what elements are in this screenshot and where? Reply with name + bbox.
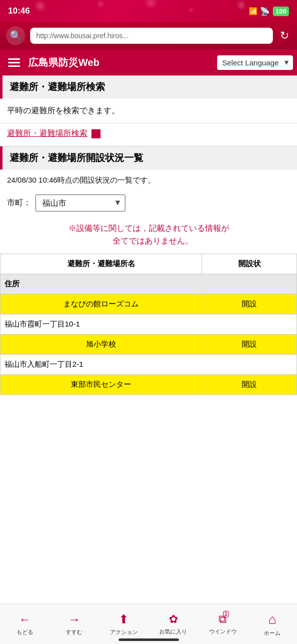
table-row: 東部市民センター開設 <box>1 374 297 394</box>
page-content: 避難所・避難場所検索 平時の避難所を検索できます。 避難所・避難場所検索 避難所… <box>0 75 297 439</box>
window-badge: 1 <box>223 611 229 617</box>
site-title: 広島県防災Web <box>24 56 217 69</box>
search-link-row: 避難所・避難場所検索 <box>0 123 297 146</box>
warning-box: ※設備等に関しては，記載されている情報が 全てではありません。 <box>0 218 297 254</box>
url-bar[interactable]: http://www.bousai.pref.hiros... <box>30 28 273 44</box>
nav-windows-label: ウインドウ <box>209 628 237 635</box>
city-select-wrap[interactable]: 福山市 広島市 呉市 東広島市 ▼ <box>35 194 126 212</box>
search-section-desc: 平時の避難所を検索できます。 <box>0 99 297 123</box>
shelter-name-cell: 旭小学校 <box>1 334 202 354</box>
status-time: 10:46 <box>8 6 30 16</box>
nav-windows[interactable]: ⧉ 1 ウインドウ <box>198 609 248 635</box>
nav-forward-label: すすむ <box>66 628 82 636</box>
browser-bar: 🔍 http://www.bousai.pref.hiros... ↻ <box>0 22 297 49</box>
warning-text: ※設備等に関しては，記載されている情報が 全てではありません。 <box>7 222 290 248</box>
language-selector-wrap[interactable]: Select Language English 中文 한국어 ▼ <box>217 55 293 70</box>
refresh-button[interactable]: ↻ <box>278 27 291 44</box>
table-row: 住所 <box>1 274 297 294</box>
city-label: 市町： <box>7 198 31 208</box>
nav-home-label: ホーム <box>264 629 280 637</box>
home-indicator <box>119 638 179 641</box>
favorites-icon: ✿ <box>169 613 178 626</box>
table-header-status: 開設状 <box>202 254 297 274</box>
shelter-status-cell: 開設 <box>202 294 297 314</box>
nav-action[interactable]: ⬆ アクション <box>99 608 149 636</box>
search-link[interactable]: 避難所・避難場所検索 <box>7 128 87 139</box>
shelter-status-cell: 開設 <box>202 334 297 354</box>
shelter-status-cell: 開設 <box>202 374 297 394</box>
battery-indicator: 100 <box>273 7 289 16</box>
back-icon: ← <box>19 612 31 626</box>
bottom-nav: ← もどる → すすむ ⬆ アクション ✿ お気に入り ⧉ 1 ウインドウ ⌂ … <box>0 604 297 644</box>
url-text: http://www.bousai.pref.hiros... <box>36 32 129 40</box>
nav-bar: 広島県防災Web Select Language English 中文 한국어 … <box>0 49 297 75</box>
signal-icon: 📶 <box>249 7 257 15</box>
nav-forward[interactable]: → すすむ <box>50 608 100 636</box>
nav-home[interactable]: ⌂ ホーム <box>248 608 298 637</box>
status-icons: 📶 📡 100 <box>249 7 289 16</box>
red-square-icon <box>91 129 101 138</box>
search-icon: 🔍 <box>10 30 22 42</box>
nav-back-label: もどる <box>17 628 33 636</box>
address-cell: 福山市霞町一丁目10-1 <box>1 314 297 334</box>
shelter-name-cell: 東部市民センター <box>1 374 202 394</box>
address-cell: 福山市入船町一丁目2-1 <box>1 354 297 374</box>
list-section-title: 避難所・避難場所開設状況一覧 <box>0 146 297 170</box>
hamburger-menu[interactable] <box>4 54 24 71</box>
home-icon: ⌂ <box>268 612 276 627</box>
timestamp-text: 24/08/30 10:46時点の開設状況の一覧です。 <box>0 170 297 191</box>
table-header-name: 避難所・避難場所名 <box>1 254 202 274</box>
table-row: まなびの館ローズコム開設 <box>1 294 297 314</box>
status-bar: 10:46 📶 📡 100 <box>0 0 297 22</box>
forward-icon: → <box>68 612 80 626</box>
city-select[interactable]: 福山市 広島市 呉市 東広島市 <box>35 194 126 212</box>
shelter-table: 避難所・避難場所名 開設状 住所まなびの館ローズコム開設福山市霞町一丁目10-1… <box>0 254 297 395</box>
nav-back[interactable]: ← もどる <box>0 608 50 636</box>
nav-action-label: アクション <box>110 628 138 636</box>
search-section-title: 避難所・避難場所検索 <box>0 75 297 99</box>
nav-favorites[interactable]: ✿ お気に入り <box>149 609 199 635</box>
table-row: 福山市入船町一丁目2-1 <box>1 354 297 374</box>
wifi-icon: 📡 <box>260 7 270 16</box>
nav-favorites-label: お気に入り <box>159 628 187 635</box>
language-select[interactable]: Select Language English 中文 한국어 <box>217 55 293 70</box>
windows-icon: ⧉ 1 <box>219 613 227 626</box>
table-row: 福山市霞町一丁目10-1 <box>1 314 297 334</box>
shelter-name-cell: まなびの館ローズコム <box>1 294 202 314</box>
action-icon: ⬆ <box>119 612 129 626</box>
table-section-header: 住所 <box>1 274 297 294</box>
search-icon-wrap[interactable]: 🔍 <box>6 26 25 45</box>
table-row: 旭小学校開設 <box>1 334 297 354</box>
city-select-row: 市町： 福山市 広島市 呉市 東広島市 ▼ <box>0 191 297 218</box>
